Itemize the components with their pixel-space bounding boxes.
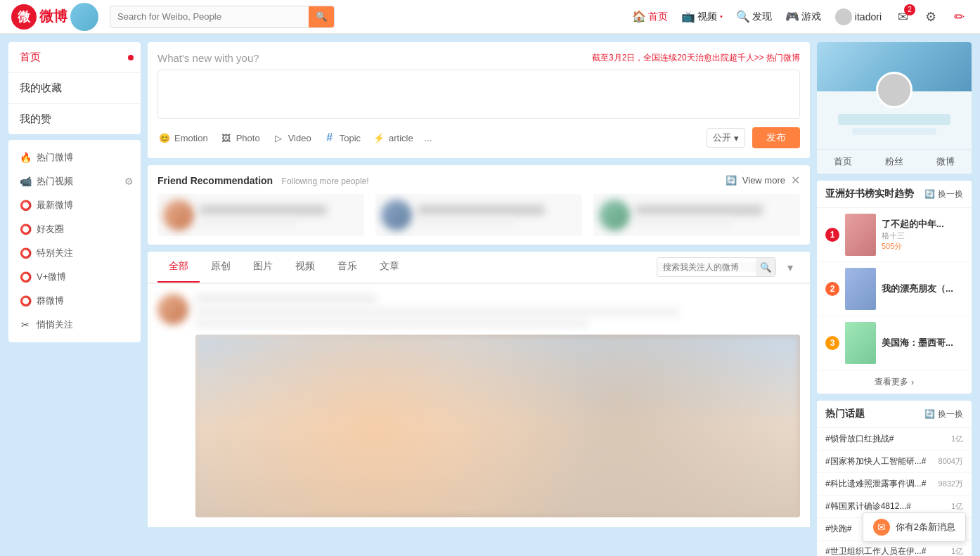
feed-tabs: 全部 原创 图片 视频 音乐 文章 🔍 ▾ (148, 252, 810, 283)
feed-more-button[interactable]: ▾ (780, 257, 800, 277)
sidebar-item-hot-video[interactable]: 📹 热门视频 ⚙ (8, 169, 141, 193)
profile-stat-followers[interactable]: 粉丝 (885, 155, 903, 168)
discover-icon: 🔍 (737, 11, 749, 23)
home-icon: 🏠 (633, 11, 645, 23)
weibo-logo: 微 (11, 4, 37, 30)
profile-stat-following[interactable]: 首页 (834, 155, 852, 168)
sidebar-item-favorites[interactable]: 我的收藏 (8, 73, 141, 104)
following-label: 首页 (834, 155, 852, 168)
post-textarea[interactable] (157, 70, 800, 119)
search-input[interactable] (110, 11, 309, 22)
feed-search-input[interactable] (657, 262, 756, 272)
view-more-books[interactable]: 查看更多 › (817, 370, 972, 394)
post-submit-button[interactable]: 发布 (752, 127, 800, 148)
tab-articles[interactable]: 文章 (368, 252, 411, 283)
tab-music[interactable]: 音乐 (326, 252, 368, 283)
sidebar-item-special[interactable]: ⭕ 特别关注 (8, 241, 141, 265)
sidebar-item-group[interactable]: ⭕ 群微博 (8, 289, 141, 313)
feed-post (148, 283, 810, 527)
group-icon: ⭕ (20, 295, 31, 306)
topic-text-2: #国家将加快人工智能研...# (825, 455, 933, 467)
feed-search-button[interactable]: 🔍 (756, 257, 775, 277)
sidebar-item-friends[interactable]: ⭕ 好友圈 (8, 217, 141, 241)
video-tool[interactable]: ▷ Video (271, 131, 311, 145)
article-icon: ⚡ (372, 131, 386, 145)
profile-stat-weibo[interactable]: 微博 (936, 155, 955, 168)
sidebar-item-home[interactable]: 首页 (8, 42, 141, 73)
search-box[interactable]: 🔍 (110, 6, 335, 28)
book-info-1: 了不起的中年... 格十三 505分 (882, 218, 963, 252)
profile-stats: 首页 粉丝 微博 (817, 149, 972, 174)
post-box: What's new with you? 截至3月2日，全国连续20天治愈出院超… (148, 42, 810, 158)
tab-original[interactable]: 原创 (200, 252, 242, 283)
top-nav: 微 微博 🔍 🏠 首页 📺 视频 • 🔍 发现 🎮 游戏 itadori (0, 0, 980, 34)
post-username (195, 294, 377, 304)
book-item-1[interactable]: 1 了不起的中年... 格十三 505分 (817, 208, 972, 262)
rank-badge-1: 1 (825, 228, 839, 242)
nav-home[interactable]: 🏠 首页 (633, 11, 668, 23)
view-more-link[interactable]: View more (742, 175, 785, 186)
tab-all[interactable]: 全部 (157, 252, 200, 283)
topic-item-3[interactable]: #科比遗难照泄露事件调...# 9832万 (817, 473, 972, 496)
friend-avatar-3 (599, 200, 630, 231)
feed-tab-list: 全部 原创 图片 视频 音乐 文章 (157, 252, 411, 283)
friend-list (157, 194, 800, 236)
friend-avatar-1 (163, 200, 194, 231)
message-badge: 2 (904, 4, 915, 15)
sidebar-item-latest[interactable]: ⭕ 最新微博 (8, 193, 141, 217)
sidebar-item-likes[interactable]: 我的赞 (8, 104, 141, 134)
post-box-header: What's new with you? 截至3月2日，全国连续20天治愈出院超… (157, 52, 800, 64)
topic-item-6[interactable]: #世卫组织工作人员在伊...# 1亿 (817, 541, 972, 556)
book-author-1: 格十三 (882, 231, 963, 241)
chevron-down-icon: ▾ (734, 133, 739, 143)
sidebar-item-hot-weibo[interactable]: 🔥 热门微博 (8, 146, 141, 169)
book-item-3[interactable]: 3 美国海：墨西哥... (817, 316, 972, 370)
sidebar-item-vplus[interactable]: ⭕ V+微博 (8, 265, 141, 289)
post-notice: 截至3月2日，全国连续20天治愈出院超千人>> 热门微博 (592, 52, 800, 64)
edit-icon: ✏ (954, 9, 965, 25)
post-visibility[interactable]: 公开 ▾ (707, 128, 745, 148)
profile-avatar[interactable] (876, 72, 913, 108)
friend-info-1 (200, 205, 359, 225)
settings-button[interactable]: ⚙ (921, 7, 941, 27)
nav-video[interactable]: 📺 视频 • (682, 11, 723, 23)
feed-post-body (195, 294, 800, 517)
book-item-2[interactable]: 2 我的漂亮朋友（... (817, 262, 972, 316)
profile-avatar-wrap (876, 72, 913, 108)
logo-text: 微博 (39, 7, 67, 26)
friend-avatar-2 (381, 200, 412, 231)
sidebar-item-secret[interactable]: ✂ 悄悄关注 (8, 313, 141, 337)
topic-item-1[interactable]: #锁骨放口红挑战# 1亿 (817, 428, 972, 451)
chevron-down-icon: ▾ (787, 261, 793, 274)
friend-rec-actions: 🔄 View more ✕ (726, 174, 800, 187)
nav-discover[interactable]: 🔍 发现 (737, 11, 772, 23)
video-tool-icon: ▷ (271, 131, 285, 145)
nav-games[interactable]: 🎮 游戏 (786, 11, 821, 23)
emotion-tool[interactable]: 😊 Emotion (157, 131, 208, 145)
active-indicator (128, 55, 134, 60)
more-tool[interactable]: ... (425, 133, 432, 143)
user-profile[interactable]: itadori (835, 8, 882, 25)
feed-search-box[interactable]: 🔍 (657, 257, 776, 277)
tab-videos[interactable]: 视频 (284, 252, 326, 283)
messages-button[interactable]: ✉ 2 (893, 7, 913, 27)
book-title-2: 我的漂亮朋友（... (882, 283, 963, 295)
topic-tool[interactable]: # Topic (323, 131, 361, 145)
topic-text-4: #韩国累计确诊4812...# (825, 500, 946, 512)
book-info-3: 美国海：墨西哥... (882, 337, 963, 349)
sidebar-settings-icon[interactable]: ⚙ (124, 176, 134, 187)
refresh-icon: 🔄 (924, 189, 935, 199)
new-message-toast[interactable]: ✉ 你有2条新消息 (863, 512, 966, 542)
close-button[interactable]: ✕ (791, 174, 800, 187)
search-button[interactable]: 🔍 (309, 6, 334, 28)
photo-tool[interactable]: 🖼 Photo (219, 131, 260, 145)
photo-icon: 🖼 (219, 131, 233, 145)
article-tool[interactable]: ⚡ article (372, 131, 413, 145)
compose-button[interactable]: ✏ (949, 7, 969, 27)
tab-photos[interactable]: 图片 (242, 252, 284, 283)
post-image (195, 335, 800, 517)
hot-topics-refresh[interactable]: 🔄 换一换 (924, 408, 963, 420)
topic-item-2[interactable]: #国家将加快人工智能研...# 8004万 (817, 451, 972, 473)
book-chart-refresh[interactable]: 🔄 换一换 (924, 188, 963, 200)
hot-topics-header: 热门话题 🔄 换一换 (817, 401, 972, 428)
